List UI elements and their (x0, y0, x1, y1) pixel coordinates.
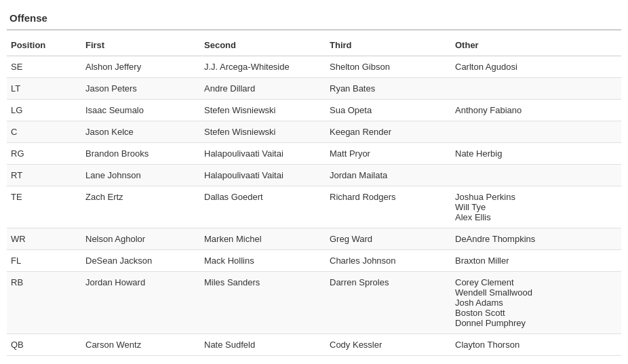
cell-third: Greg Ward (326, 228, 451, 250)
table-row: LGIsaac SeumaloStefen WisniewskiSua Opet… (7, 100, 621, 121)
table-row: RBJordan HowardMiles SandersDarren Sprol… (7, 272, 621, 334)
cell-second: Miles Sanders (200, 272, 326, 334)
cell-second: Dallas Goedert (200, 186, 326, 228)
header-first: First (81, 35, 200, 56)
cell-other (451, 121, 621, 143)
cell-position: TE (7, 186, 81, 228)
cell-position: SE (7, 56, 81, 78)
cell-position: LT (7, 78, 81, 100)
cell-position: LG (7, 100, 81, 121)
cell-first: Brandon Brooks (81, 143, 200, 165)
cell-third: Darren Sproles (326, 272, 451, 334)
cell-third: Keegan Render (326, 121, 451, 143)
cell-other: DeAndre Thompkins (451, 228, 621, 250)
cell-first: Isaac Seumalo (81, 100, 200, 121)
cell-first: Jason Kelce (81, 121, 200, 143)
cell-other: Joshua PerkinsWill TyeAlex Ellis (451, 186, 621, 228)
cell-other (451, 78, 621, 100)
cell-second: Nate Sudfeld (200, 334, 326, 356)
table-row: CJason KelceStefen WisniewskiKeegan Rend… (7, 121, 621, 143)
offense-table: Position First Second Third Other SEAlsh… (7, 35, 621, 356)
cell-third: Richard Rodgers (326, 186, 451, 228)
header-position: Position (7, 35, 81, 56)
table-row: TEZach ErtzDallas GoedertRichard Rodgers… (7, 186, 621, 228)
cell-position: RG (7, 143, 81, 165)
cell-third: Shelton Gibson (326, 56, 451, 78)
cell-third: Ryan Bates (326, 78, 451, 100)
cell-position: WR (7, 228, 81, 250)
table-row: WRNelson AgholorMarken MichelGreg WardDe… (7, 228, 621, 250)
cell-other (451, 165, 621, 186)
table-row: LTJason PetersAndre DillardRyan Bates (7, 78, 621, 100)
cell-other: Nate Herbig (451, 143, 621, 165)
cell-first: Carson Wentz (81, 334, 200, 356)
header-third: Third (326, 35, 451, 56)
cell-first: Zach Ertz (81, 186, 200, 228)
cell-third: Jordan Mailata (326, 165, 451, 186)
cell-second: Mack Hollins (200, 250, 326, 272)
table-row: SEAlshon JefferyJ.J. Arcega-WhitesideShe… (7, 56, 621, 78)
section-title: Offense (7, 7, 621, 31)
cell-second: Halapoulivaati Vaitai (200, 165, 326, 186)
cell-other: Braxton Miller (451, 250, 621, 272)
cell-first: Jason Peters (81, 78, 200, 100)
cell-second: Marken Michel (200, 228, 326, 250)
cell-first: Jordan Howard (81, 272, 200, 334)
page-wrapper: Offense Position First Second Third Othe… (0, 0, 628, 364)
header-second: Second (200, 35, 326, 56)
cell-position: FL (7, 250, 81, 272)
table-header-row: Position First Second Third Other (7, 35, 621, 56)
cell-second: Halapoulivaati Vaitai (200, 143, 326, 165)
cell-other: Corey ClementWendell SmallwoodJosh Adams… (451, 272, 621, 334)
cell-first: Lane Johnson (81, 165, 200, 186)
table-row: RTLane JohnsonHalapoulivaati VaitaiJorda… (7, 165, 621, 186)
table-row: RGBrandon BrooksHalapoulivaati VaitaiMat… (7, 143, 621, 165)
cell-third: Matt Pryor (326, 143, 451, 165)
cell-position: RT (7, 165, 81, 186)
cell-second: Andre Dillard (200, 78, 326, 100)
cell-third: Sua Opeta (326, 100, 451, 121)
cell-other: Anthony Fabiano (451, 100, 621, 121)
cell-first: DeSean Jackson (81, 250, 200, 272)
cell-other: Clayton Thorson (451, 334, 621, 356)
cell-second: J.J. Arcega-Whiteside (200, 56, 326, 78)
table-row: QBCarson WentzNate SudfeldCody KesslerCl… (7, 334, 621, 356)
cell-third: Cody Kessler (326, 334, 451, 356)
cell-position: C (7, 121, 81, 143)
header-other: Other (451, 35, 621, 56)
cell-position: RB (7, 272, 81, 334)
cell-second: Stefen Wisniewski (200, 121, 326, 143)
cell-second: Stefen Wisniewski (200, 100, 326, 121)
cell-position: QB (7, 334, 81, 356)
cell-third: Charles Johnson (326, 250, 451, 272)
table-row: FLDeSean JacksonMack HollinsCharles John… (7, 250, 621, 272)
cell-other: Carlton Agudosi (451, 56, 621, 78)
cell-first: Alshon Jeffery (81, 56, 200, 78)
cell-first: Nelson Agholor (81, 228, 200, 250)
